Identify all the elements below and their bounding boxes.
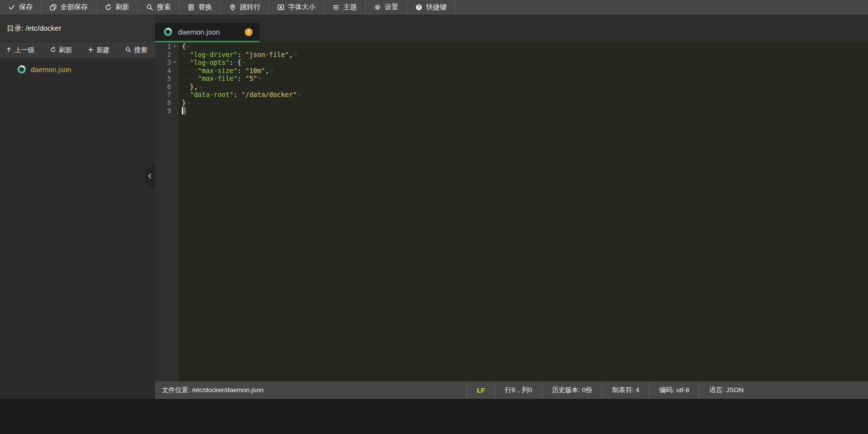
token-eol: ¬ [241,58,245,66]
token-eol: ¬ [257,75,261,82]
toolbar-button-menu[interactable]: 主题 [324,0,366,15]
sidebar-action-label: 新建 [97,46,110,55]
line-number[interactable]: 8 [155,99,178,107]
token-s: "json-file" [245,51,289,58]
toolbar-button-pin[interactable]: 跳转行 [221,0,269,15]
search-icon [146,4,153,11]
menu-icon [333,4,339,11]
code-line-5[interactable]: ····"max-file":·"5"¬ [178,75,868,83]
token-p: : [237,67,241,75]
status-item: 编码: utf-8 [649,381,699,399]
line-number-text: 6 [167,83,171,91]
toolbar-button-check[interactable]: 保存 [0,0,41,15]
fold-arrow-icon[interactable]: ▾ [171,42,178,51]
fold-arrow-icon[interactable]: ▾ [171,58,178,67]
status-bar: 文件位置: /etc/docker/daemon.json LF行9，列0历史版… [155,381,868,399]
token-p: { [182,42,186,50]
token-ws: · [241,67,245,75]
line-number[interactable]: 1▾ [155,42,178,51]
code-editor-app: 保存全部保存刷新搜索替换跳转行字体大小主题设置?快捷键 目录: /etc/doc… [0,0,868,434]
gear-icon [374,4,381,11]
toolbar-button-refresh[interactable]: 刷新 [97,0,138,15]
token-k: "log-driver" [190,51,237,58]
token-s: "5" [245,75,257,82]
code-line-1[interactable]: {¬ [178,42,868,51]
pin-icon [229,4,236,11]
token-p: } [182,99,186,107]
json-file-icon [18,65,26,74]
code-line-9[interactable] [178,107,868,115]
line-number[interactable]: 5 [155,75,178,83]
token-p: { [237,58,241,66]
code-line-8[interactable]: }¬ [178,99,868,107]
status-item: 行9，列0 [494,381,542,399]
toolbar-button-help[interactable]: ?快捷键 [407,0,455,15]
status-item: 历史版本: 0份 [542,381,602,399]
toolbar-button-label: 替换 [198,3,212,12]
toolbar-button-search[interactable]: 搜索 [138,0,179,15]
line-number-text: 5 [167,75,171,83]
toolbar-button-font-size[interactable]: 字体大小 [269,0,324,15]
toolbar-button-document[interactable]: 替换 [179,0,221,15]
sidebar-action-plus[interactable]: 新建 [88,46,110,55]
code-editor[interactable]: 1▾23▾456789 {¬··"log-driver":·"json-file… [155,42,868,381]
status-item: 制表符: 4 [602,381,649,399]
check-icon [8,4,15,11]
code-line-7[interactable]: ··"data-root":·"/data/docker"¬ [178,91,868,99]
file-list-item[interactable]: daemon.json [0,63,155,76]
search-icon [125,47,131,54]
file-location-status: 文件位置: /etc/docker/daemon.json [155,386,264,395]
token-ws: · [234,58,237,66]
line-number[interactable]: 4 [155,67,178,75]
token-k: "log-opts" [190,58,229,66]
line-number[interactable]: 7 [155,91,178,99]
code-line-4[interactable]: ····"max-size":·"10m",¬ [178,67,868,75]
code-line-2[interactable]: ··"log-driver":·"json-file",¬ [178,51,868,59]
page-background [0,399,868,434]
line-number[interactable]: 6 [155,83,178,91]
token-k: "data-root" [190,91,233,98]
code-line-6[interactable]: ··},¬ [178,83,868,91]
token-eol: ¬ [269,67,273,75]
token-ws: · [241,51,245,58]
code-line-3[interactable]: ··"log-opts":·{¬ [178,58,868,67]
main-area: 目录: /etc/docker 上一级刷新新建搜索 daemon.json da… [0,15,868,399]
toolbar-button-label: 主题 [343,3,357,12]
token-ws: ·· [182,51,190,58]
token-ws: ·· [182,58,190,66]
toolbar-button-gear[interactable]: 设置 [366,0,407,15]
editor-tab[interactable]: daemon.json! [155,23,259,42]
sidebar-action-label: 刷新 [59,46,72,55]
svg-text:?: ? [418,5,420,10]
toolbar-button-label: 搜索 [157,3,171,12]
plus-icon [88,47,94,54]
token-ws: ···· [182,67,198,75]
status-item: 语言: JSON [699,381,753,399]
chevron-left-icon [147,172,153,181]
directory-path-label: 目录: /etc/docker [0,15,155,42]
document-icon [188,4,195,11]
sidebar-action-arrow-up[interactable]: 上一级 [6,46,35,55]
line-number-text: 4 [167,67,171,75]
line-number[interactable]: 3▾ [155,58,178,67]
file-list: daemon.json [0,58,155,399]
token-eol: ¬ [297,91,301,98]
token-p: : [234,91,237,98]
sidebar-action-search[interactable]: 搜索 [125,46,147,55]
copy-icon [50,4,57,11]
token-p: : [237,51,241,58]
top-toolbar: 保存全部保存刷新搜索替换跳转行字体大小主题设置?快捷键 [0,0,868,15]
token-eol: ¬ [186,42,190,50]
line-number[interactable]: 2 [155,51,178,59]
token-ws: ·· [182,83,190,91]
file-sidebar: 目录: /etc/docker 上一级刷新新建搜索 daemon.json [0,15,155,399]
arrow-up-icon [6,47,12,54]
tab-title: daemon.json [178,28,239,36]
toolbar-button-label: 跳转行 [240,3,260,12]
toolbar-button-label: 保存 [19,3,33,12]
tab-bar: daemon.json! [155,15,868,42]
toolbar-button-copy[interactable]: 全部保存 [41,0,97,15]
sidebar-action-refresh[interactable]: 刷新 [50,46,72,55]
line-number[interactable]: 9 [155,107,178,115]
line-number-text: 8 [167,99,171,107]
